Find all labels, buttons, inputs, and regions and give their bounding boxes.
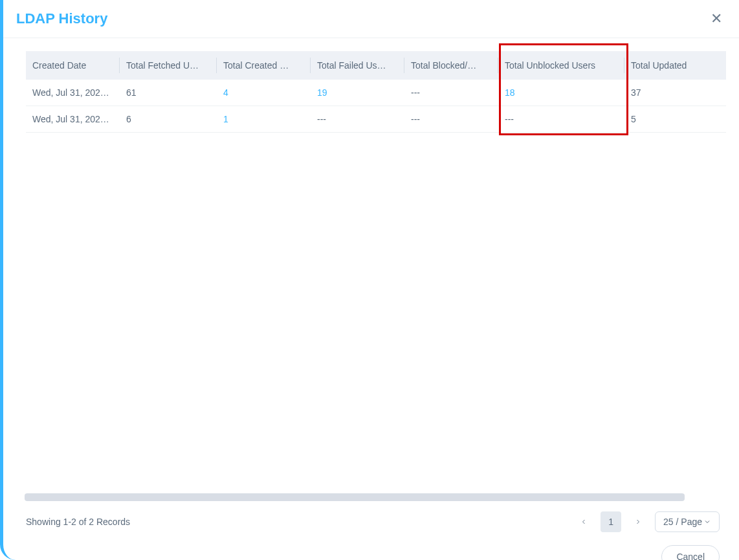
content-spacer [26,133,726,493]
chevron-down-icon [703,518,711,526]
cell-failed: --- [311,106,404,133]
chevron-right-icon [634,518,642,526]
close-icon[interactable]: ✕ [707,9,726,28]
horizontal-scrollbar[interactable] [25,493,685,501]
col-header-total-blocked[interactable]: Total Blocked/… [404,51,498,80]
next-page-button[interactable] [628,511,648,532]
col-header-total-created[interactable]: Total Created … [217,51,311,80]
cell-fetched: 6 [120,106,217,133]
cell-unblocked: --- [498,106,624,133]
table-row: Wed, Jul 31, 202… 61 4 19 --- 18 37 [26,80,726,106]
chevron-left-icon [580,518,588,526]
col-header-total-failed[interactable]: Total Failed Us… [311,51,404,80]
prev-page-button[interactable] [573,511,594,532]
modal-header: LDAP History ✕ [3,0,739,38]
page-size-select[interactable]: 25 / Page [655,511,720,532]
col-header-total-updated[interactable]: Total Updated [624,51,726,80]
cell-updated: 37 [624,80,726,106]
current-page-indicator[interactable]: 1 [601,511,621,532]
cell-created-link[interactable]: 1 [217,106,311,133]
cell-created-date: Wed, Jul 31, 202… [26,106,120,133]
cell-created-link[interactable]: 4 [217,80,311,106]
col-header-total-unblocked[interactable]: Total Unblocked Users [498,51,624,80]
ldap-history-modal: LDAP History ✕ Created Date Total Fetche… [0,0,739,560]
cell-blocked: --- [404,106,498,133]
cancel-button[interactable]: Cancel [661,545,720,560]
modal-title: LDAP History [16,10,107,27]
history-table: Created Date Total Fetched U… Total Crea… [26,51,726,133]
cell-fetched: 61 [120,80,217,106]
table-row: Wed, Jul 31, 202… 6 1 --- --- --- 5 [26,106,726,133]
cell-updated: 5 [624,106,726,133]
cell-blocked: --- [404,80,498,106]
records-count-text: Showing 1-2 of 2 Records [26,517,130,527]
cell-unblocked-link[interactable]: 18 [498,80,624,106]
col-header-total-fetched[interactable]: Total Fetched U… [120,51,217,80]
table-header-row: Created Date Total Fetched U… Total Crea… [26,51,726,80]
table-scroll-container[interactable]: Created Date Total Fetched U… Total Crea… [26,51,726,133]
col-header-created-date[interactable]: Created Date [26,51,120,80]
cell-created-date: Wed, Jul 31, 202… [26,80,120,106]
pagination-footer: Showing 1-2 of 2 Records 1 25 / Page [3,508,739,539]
page-size-label: 25 / Page [663,517,702,527]
modal-content: Created Date Total Fetched U… Total Crea… [3,38,739,508]
pagination-controls: 1 25 / Page [573,511,720,532]
cell-failed-link[interactable]: 19 [311,80,404,106]
modal-actions: Cancel [3,539,739,560]
